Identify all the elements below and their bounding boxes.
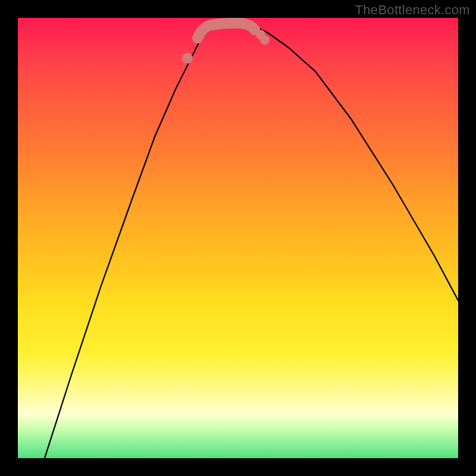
marker-group [182, 23, 270, 64]
pink-path [198, 23, 255, 38]
bottleneck-curve [45, 24, 458, 458]
pink-dot [260, 35, 270, 45]
chart-svg [18, 18, 458, 458]
pink-dot [182, 53, 193, 64]
chart-frame: TheBottleneck.com [0, 0, 476, 476]
watermark-text: TheBottleneck.com [355, 2, 470, 18]
plot-area [18, 18, 458, 458]
